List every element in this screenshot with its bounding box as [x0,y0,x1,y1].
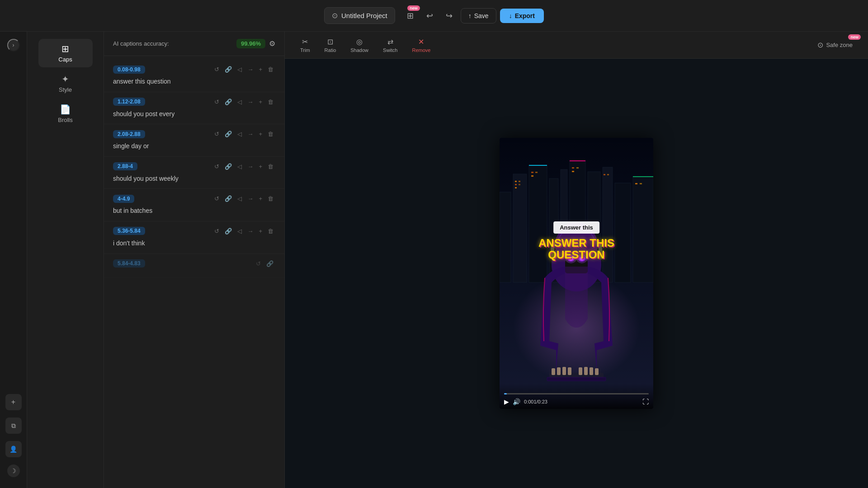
trim-tool-button[interactable]: ✂ Trim [294,35,316,56]
caption-delete-icon[interactable]: 🗑 [266,162,275,171]
presentation-button[interactable]: ⊞ new [402,8,418,23]
svg-rect-43 [562,367,566,375]
caption-audio-icon[interactable]: ◁ [236,194,244,203]
caption-item[interactable]: 4-4.9 ↺ 🔗 ◁ → + 🗑 but in batches [104,189,284,221]
caption-delete-icon[interactable]: 🗑 [266,227,275,235]
theme-toggle-button[interactable]: ☽ [7,465,20,477]
caption-link-icon[interactable]: 🔗 [223,65,234,74]
caption-refresh-icon[interactable]: ↺ [212,227,221,235]
caption-audio-icon[interactable]: ◁ [236,162,244,171]
svg-rect-11 [515,181,517,182]
ratio-tool-button[interactable]: ⊡ Ratio [318,35,343,56]
caption-arrow-icon[interactable]: → [245,65,255,74]
caption-audio-icon[interactable]: ◁ [236,130,244,138]
video-controls-row: ▶ 🔊 0:001/0:23 ⛶ [504,398,649,405]
caption-refresh-icon[interactable]: ↺ [254,259,263,268]
shadow-tool-button[interactable]: ◎ Shadow [344,35,375,56]
sidebar-item-caps[interactable]: ⊞ Caps [38,39,93,67]
caption-arrow-icon[interactable]: → [245,162,255,171]
caption-item[interactable]: 5.36-5.84 ↺ 🔗 ◁ → + 🗑 i don't think [104,221,284,254]
caption-arrow-icon[interactable]: → [245,98,255,106]
caption-refresh-icon[interactable]: ↺ [212,65,221,74]
caption-time: 5.36-5.84 [113,227,145,235]
ratio-label: Ratio [325,47,336,53]
undo-button[interactable]: ↩ [422,8,438,23]
caption-text: should you post every [113,110,275,119]
caption-add-icon[interactable]: + [257,162,264,171]
svg-rect-23 [607,174,609,175]
caption-item[interactable]: 5.84-4.83 ↺ 🔗 [104,254,284,277]
fullscreen-button[interactable]: ⛶ [642,398,649,405]
switch-icon: ⇄ [387,38,393,46]
play-button[interactable]: ▶ [504,398,509,405]
remove-icon: ✕ [418,38,424,46]
far-sidebar: › + ⧉ 👤 ☽ [0,32,27,488]
save-button[interactable]: ↑ Save [461,8,496,23]
svg-rect-12 [519,181,520,182]
caption-link-icon[interactable]: 🔗 [223,194,234,203]
caption-controls: ↺ 🔗 ◁ → + 🗑 [212,98,275,106]
caption-item-header: 5.84-4.83 ↺ 🔗 [113,259,275,268]
caption-item-header: 2.08-2.88 ↺ 🔗 ◁ → + 🗑 [113,130,275,138]
caption-audio-icon[interactable]: ◁ [236,98,244,106]
collapse-sidebar-button[interactable]: › [7,39,20,52]
safezone-new-badge: new [848,34,861,40]
caption-link-icon[interactable]: 🔗 [223,98,234,106]
video-caption-overlay: Answer this [553,221,599,234]
add-button[interactable]: + [5,394,22,410]
caption-audio-icon[interactable]: ◁ [236,227,244,235]
caption-arrow-icon[interactable]: → [245,194,255,203]
history-icon: ⧉ [11,422,16,430]
export-icon: ↓ [509,12,512,19]
brolls-label: Brolls [58,117,73,123]
caption-delete-icon[interactable]: 🗑 [266,98,275,106]
caption-delete-icon[interactable]: 🗑 [266,130,275,138]
volume-button[interactable]: 🔊 [513,398,520,405]
project-icon: ⊙ [332,11,338,20]
moon-icon: ☽ [10,467,16,474]
redo-button[interactable]: ↪ [441,8,457,23]
caption-item-header: 1.12-2.08 ↺ 🔗 ◁ → + 🗑 [113,98,275,106]
caption-add-icon[interactable]: + [257,227,264,235]
remove-tool-button[interactable]: ✕ Remove [406,35,437,56]
video-progress-bar[interactable] [504,393,649,394]
city-background-svg [500,138,653,409]
caption-delete-icon[interactable]: 🗑 [266,65,275,74]
caption-refresh-icon[interactable]: ↺ [212,98,221,106]
caption-delete-icon[interactable]: 🗑 [266,194,275,203]
sidebar-item-brolls[interactable]: 📄 Brolls [38,99,93,128]
caption-item[interactable]: 2.08-2.88 ↺ 🔗 ◁ → + 🗑 single day or [104,124,284,157]
svg-rect-20 [576,167,579,169]
caption-add-icon[interactable]: + [257,130,264,138]
safezone-button[interactable]: ⊙ Safe zone new [811,38,859,52]
caption-link-icon[interactable]: 🔗 [223,162,234,171]
user-button[interactable]: 👤 [5,441,22,457]
project-title-button[interactable]: ⊙ Untitled Project [324,7,395,24]
caption-arrow-icon[interactable]: → [245,130,255,138]
caption-link-icon[interactable]: 🔗 [264,259,275,268]
caption-link-icon[interactable]: 🔗 [223,130,234,138]
svg-rect-28 [633,176,653,177]
video-text-line2: QUESTION [538,249,614,261]
caption-refresh-icon[interactable]: ↺ [212,162,221,171]
svg-rect-22 [604,174,605,175]
svg-rect-27 [570,160,585,161]
caption-link-icon[interactable]: 🔗 [223,227,234,235]
caption-settings-button[interactable]: ⚙ [269,39,275,48]
caption-add-icon[interactable]: + [257,98,264,106]
export-button[interactable]: ↓ Export [500,9,544,23]
caption-refresh-icon[interactable]: ↺ [212,130,221,138]
caption-refresh-icon[interactable]: ↺ [212,194,221,203]
caption-item[interactable]: 2.88-4 ↺ 🔗 ◁ → + 🗑 should you post weekl… [104,157,284,189]
caption-add-icon[interactable]: + [257,65,264,74]
history-button[interactable]: ⧉ [5,418,22,434]
caption-time: 0.08-0.98 [113,66,145,74]
switch-tool-button[interactable]: ⇄ Switch [377,35,404,56]
sidebar-item-style[interactable]: ✦ Style [38,69,93,98]
caption-audio-icon[interactable]: ◁ [236,65,244,74]
caption-item[interactable]: 1.12-2.08 ↺ 🔗 ◁ → + 🗑 should you post ev… [104,92,284,125]
caption-add-icon[interactable]: + [257,194,264,203]
caption-arrow-icon[interactable]: → [245,227,255,235]
svg-rect-16 [531,172,533,173]
caption-item[interactable]: 0.08-0.98 ↺ 🔗 ◁ → + 🗑 answer this questi… [104,60,284,92]
